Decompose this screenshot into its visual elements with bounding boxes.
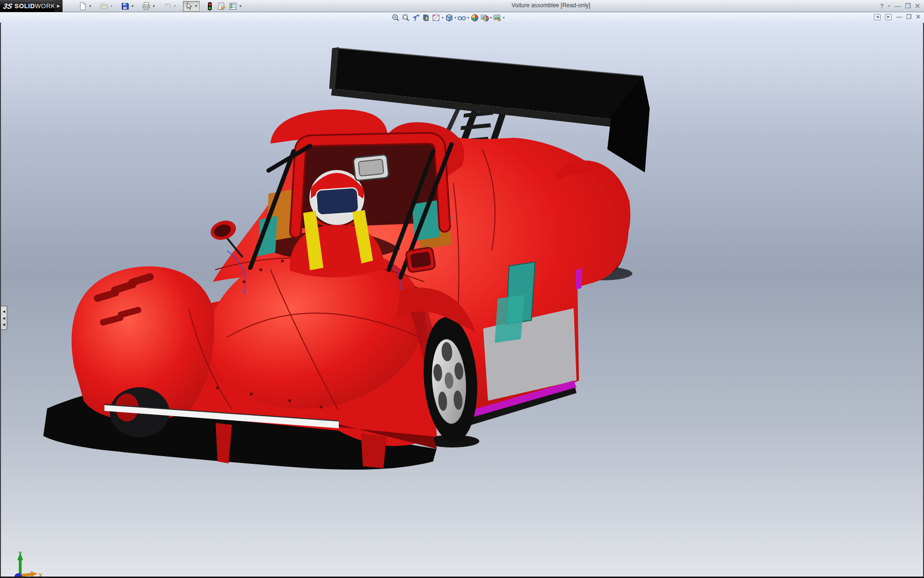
rebuild-button[interactable] (204, 1, 216, 12)
panel-next-button[interactable]: ▶ (885, 14, 892, 20)
solidworks-logo-glyph: 3S (2, 2, 13, 10)
menu-expand-icon: ▶ (57, 4, 60, 8)
new-button[interactable]: ▾ (77, 1, 94, 12)
standard-toolbar: ▾ ▾ ▾ (77, 0, 244, 12)
zoom-to-fit-icon (391, 13, 400, 22)
open-dropdown: ▾ (109, 4, 114, 8)
race-car-model[interactable] (1, 23, 924, 578)
window-title: Voiture assomblee [Read-only] (512, 2, 590, 9)
print-icon (142, 2, 151, 11)
collapse-arrow-icon: ◀ (2, 323, 5, 326)
select-dropdown[interactable]: ▾ (194, 4, 198, 8)
help-button[interactable]: ? (880, 0, 884, 12)
save-button[interactable]: ▾ (119, 1, 136, 12)
panel-previous-icon: ◀ (876, 15, 878, 19)
new-document-icon (78, 2, 87, 11)
new-dropdown[interactable]: ▾ (88, 4, 92, 8)
print-button[interactable]: ▾ (141, 1, 157, 12)
view-settings-dropdown[interactable]: ▾ (503, 16, 505, 20)
solidworks-logo: 3S SOLIDWORKS (0, 0, 54, 12)
section-view-button[interactable] (421, 13, 431, 23)
open-folder-icon (100, 2, 108, 11)
document-window-controls: ◀ ▶ — ❐ ✕ (874, 13, 921, 20)
brand-text-bold: SOLID (14, 2, 35, 10)
print-dropdown[interactable]: ▾ (152, 4, 156, 8)
help-dropdown[interactable]: ▾ (888, 0, 890, 12)
collapse-arrow-icon: ◀ (2, 310, 5, 313)
zoom-to-area-button[interactable] (401, 13, 411, 23)
options-button[interactable]: ▾ (227, 1, 244, 12)
document-close-button[interactable]: ✕ (916, 13, 921, 20)
view-settings-icon (493, 13, 502, 22)
select-cursor-icon (184, 2, 193, 11)
restore-button[interactable]: ❐ (905, 0, 911, 12)
section-view-icon (422, 13, 431, 22)
file-properties-icon (217, 2, 226, 11)
apply-scene-icon (480, 13, 489, 22)
undo-button[interactable]: ▾ (162, 1, 179, 12)
view-orientation-dropdown[interactable]: ▾ (442, 16, 444, 20)
document-restore-button[interactable]: ❐ (906, 13, 911, 20)
collapse-arrow-icon: ◀ (2, 316, 5, 320)
save-floppy-icon (121, 2, 129, 11)
triad-y-label: Y (18, 551, 22, 557)
undo-icon (163, 2, 172, 11)
title-bar-controls: ? ▾ — ❐ ✕ (880, 0, 920, 12)
view-orientation-button[interactable] (431, 13, 441, 23)
open-button[interactable]: ▾ (98, 1, 115, 12)
right-mirror (406, 247, 436, 273)
hide-show-items-button[interactable] (457, 13, 467, 23)
view-settings-button[interactable] (492, 13, 502, 23)
zoom-to-area-icon (401, 13, 411, 22)
windscreen-mirror-box (353, 155, 389, 181)
hide-show-items-dropdown[interactable]: ▾ (467, 16, 469, 20)
left-mirror (208, 218, 243, 257)
reference-triad[interactable]: Y X Z (6, 551, 44, 578)
save-dropdown[interactable]: ▾ (130, 4, 135, 8)
edit-appearance-button[interactable] (470, 13, 480, 23)
minimize-button[interactable]: — (894, 0, 900, 12)
feature-manager-collapsed-tab[interactable]: ◀ ◀ ◀ (1, 306, 7, 330)
apply-scene-button[interactable] (480, 13, 490, 23)
graphics-viewport[interactable]: ◀ ◀ ◀ Y X Z *Dimetric (0, 23, 924, 578)
zoom-to-fit-button[interactable] (391, 13, 401, 23)
previous-view-button[interactable] (411, 13, 421, 23)
edit-appearance-ball-icon (470, 13, 479, 22)
options-checklist-icon (229, 2, 237, 11)
apply-scene-dropdown[interactable]: ▾ (490, 16, 492, 20)
panel-next-icon: ▶ (887, 15, 889, 19)
display-style-button[interactable] (444, 13, 454, 23)
select-button[interactable]: ▾ (183, 1, 200, 12)
document-minimize-button[interactable]: — (896, 13, 902, 20)
file-properties-button[interactable] (216, 1, 227, 12)
rebuild-traffic-light-icon (205, 2, 214, 11)
previous-view-icon (411, 13, 421, 22)
options-dropdown[interactable]: ▾ (238, 4, 243, 8)
panel-previous-button[interactable]: ◀ (874, 14, 881, 20)
display-style-icon (445, 13, 454, 22)
menu-expand-tab[interactable]: ▶ (54, 0, 63, 12)
close-button[interactable]: ✕ (915, 0, 920, 12)
undo-dropdown: ▾ (173, 4, 177, 8)
display-style-dropdown[interactable]: ▾ (455, 16, 457, 20)
heads-up-band: ▾ ▾ ▾ (0, 13, 924, 23)
heads-up-toolbar: ▾ ▾ ▾ (391, 13, 505, 23)
view-orientation-icon (432, 13, 441, 22)
title-bar: 3S SOLIDWORKS ▶ ▾ ▾ (0, 0, 924, 12)
hide-show-items-glasses-icon (457, 13, 466, 22)
